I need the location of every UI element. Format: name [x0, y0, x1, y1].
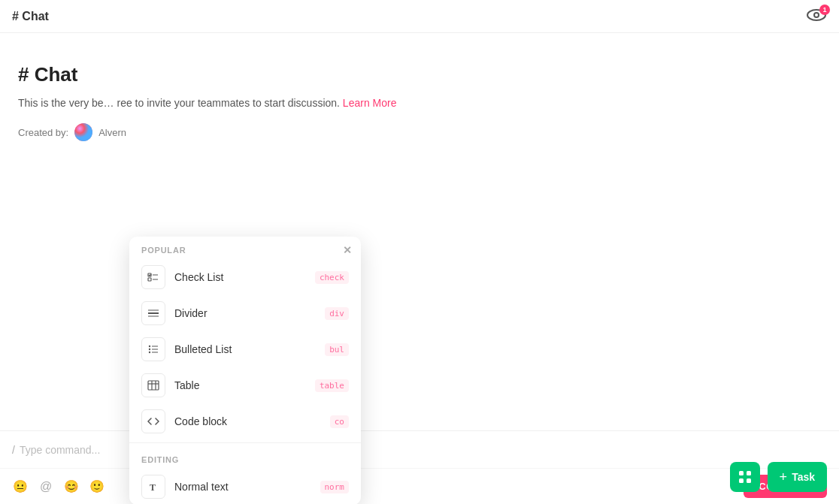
header: # Chat 1 [0, 0, 839, 33]
list-item[interactable]: Check List check [129, 259, 361, 295]
list-item[interactable]: Bulleted List bul [129, 331, 361, 367]
task-button[interactable]: + Task [768, 462, 827, 492]
page-title: # Chat [18, 63, 821, 86]
item-label: Check List [174, 271, 315, 283]
svg-point-3 [74, 123, 92, 141]
main-content: # Chat This is the very be… ree to invit… [0, 33, 839, 141]
list-item[interactable]: Table table [129, 367, 361, 403]
avatar [74, 123, 92, 141]
emoji-icon[interactable]: 😐 [12, 478, 29, 495]
item-label: Code block [174, 415, 330, 427]
popup-close-button[interactable]: ✕ [343, 244, 352, 256]
slash-indicator: / [12, 444, 15, 456]
item-shortcut: check [315, 271, 349, 284]
green-action-button[interactable] [730, 462, 760, 492]
normal-text-icon: T [141, 475, 165, 499]
learn-more-link[interactable]: Learn More [343, 97, 397, 109]
description-start: This is the very be [18, 97, 104, 109]
code-block-icon [141, 409, 165, 433]
popup-divider [129, 442, 361, 443]
editor-icons: 😐 @ 😊 🙂 [12, 478, 105, 495]
list-item[interactable]: Code block co [129, 403, 361, 439]
svg-point-2 [815, 14, 818, 17]
item-shortcut: norm [320, 481, 350, 493]
checklist-icon [141, 265, 165, 289]
creator-name: Alvern [98, 127, 126, 138]
item-label: Divider [174, 307, 325, 319]
svg-text:T: T [150, 482, 156, 493]
editor-placeholder: Type command... [20, 444, 100, 456]
item-shortcut: table [315, 379, 349, 392]
notification-badge: 1 [819, 5, 830, 15]
created-by-row: Created by: Alvern [18, 123, 821, 141]
divider-icon [141, 301, 165, 325]
svg-rect-5 [747, 471, 751, 475]
svg-point-15 [149, 346, 150, 347]
reaction-icon[interactable]: 😊 [63, 478, 80, 495]
command-popup: ✕ POPULAR Check List check Divider div [129, 237, 361, 504]
svg-rect-4 [739, 471, 744, 475]
item-label: Table [174, 379, 315, 391]
task-plus-icon: + [780, 469, 788, 485]
svg-rect-7 [747, 478, 751, 483]
editor-area: / Type command... 😐 @ 😊 🙂 COMMENT [0, 430, 839, 504]
list-item[interactable]: T Normal text norm [129, 469, 361, 504]
bulleted-list-icon [141, 337, 165, 361]
svg-point-19 [149, 352, 150, 353]
editor-input-row[interactable]: / Type command... [0, 431, 839, 469]
bottom-right-actions: + Task [730, 462, 827, 492]
item-label: Normal text [174, 481, 320, 493]
svg-rect-21 [148, 381, 159, 390]
notification-button[interactable]: 1 [806, 8, 827, 26]
table-icon [141, 373, 165, 397]
description-end: ree to invite your teammates to start di… [117, 97, 340, 109]
item-label: Bulleted List [174, 343, 325, 355]
svg-rect-6 [739, 478, 744, 483]
svg-point-17 [149, 349, 150, 350]
editing-section-label: EDITING [129, 446, 361, 469]
page-header-title: # Chat [12, 10, 49, 23]
grid-icon [738, 470, 752, 484]
task-label: Task [792, 471, 815, 483]
item-shortcut: bul [325, 343, 349, 356]
item-shortcut: div [325, 307, 349, 320]
list-item[interactable]: Divider div [129, 295, 361, 331]
created-by-label: Created by: [18, 127, 68, 138]
svg-rect-10 [148, 278, 151, 281]
popular-section-label: POPULAR [129, 237, 361, 259]
mention-icon[interactable]: @ [38, 478, 54, 495]
editor-toolbar: 😐 @ 😊 🙂 COMMENT [0, 469, 839, 504]
page-description: This is the very be… ree to invite your … [18, 95, 821, 111]
face-icon[interactable]: 🙂 [89, 478, 105, 495]
item-shortcut: co [330, 415, 349, 428]
